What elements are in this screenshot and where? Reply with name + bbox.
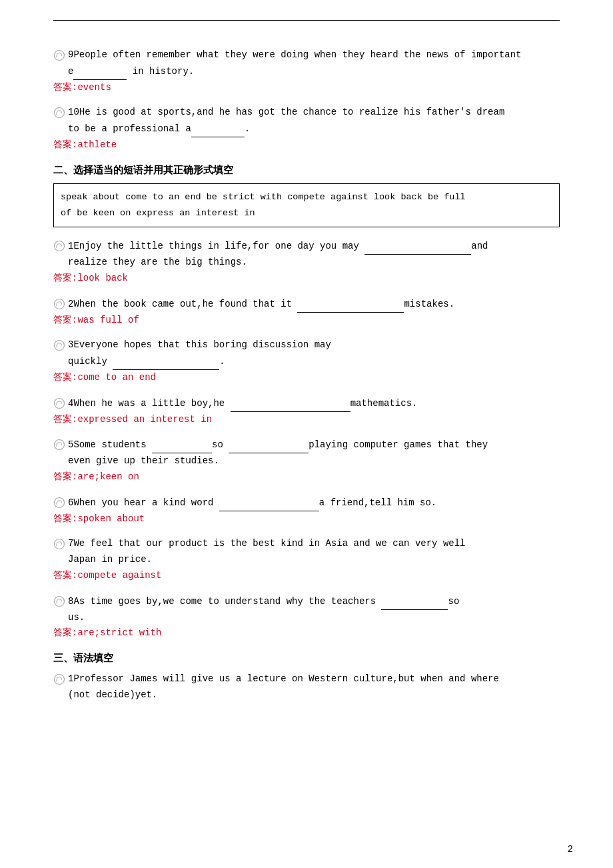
- s2q5-line1: 5Some students so playing computer games…: [53, 437, 560, 453]
- section2-q6: 6When you hear a kind word a friend,tell…: [53, 495, 560, 527]
- s2q8-blank: [381, 593, 448, 610]
- section2-q3: 3Everyone hopes that this boring discuss…: [53, 337, 560, 385]
- s2q7-line2: Japan in price.: [68, 552, 560, 568]
- s2q1-circle-icon: [53, 240, 65, 252]
- s2q1-text: 1Enjoy the little things in life,for one…: [68, 238, 560, 255]
- question-9: 9People often remember what they were do…: [53, 47, 560, 95]
- svg-point-8: [55, 539, 65, 549]
- s2q4-line1: 4When he was a little boy,he mathematics…: [53, 395, 560, 412]
- s2q4-answer: 答案:expressed an interest in: [53, 412, 560, 428]
- s2q1-answer: 答案:look back: [53, 271, 560, 287]
- q9-circle-icon: [53, 49, 65, 61]
- page: 9People often remember what they were do…: [0, 0, 613, 868]
- s2q4-blank: [231, 395, 350, 412]
- s2q7-circle-icon: [53, 538, 65, 550]
- top-divider: [53, 20, 560, 21]
- s2q5-line2: even give up their studies.: [68, 453, 560, 469]
- q10-line1: 10He is good at sports,and he has got th…: [53, 105, 560, 121]
- s2q7-text: 7We feel that our product is the best ki…: [68, 536, 560, 552]
- svg-point-4: [55, 341, 65, 351]
- s2q3-answer: 答案:come to an end: [53, 370, 560, 386]
- svg-point-2: [55, 241, 65, 251]
- s2q2-circle-icon: [53, 298, 65, 310]
- svg-point-0: [55, 51, 65, 61]
- s2q6-text: 6When you hear a kind word a friend,tell…: [68, 495, 560, 511]
- s2q6-answer: 答案:spoken about: [53, 511, 560, 527]
- s2q8-text: 8As time goes by,we come to understand w…: [68, 593, 560, 610]
- svg-point-3: [55, 299, 65, 309]
- s2q5-text: 5Some students so playing computer games…: [68, 437, 560, 453]
- q9-answer: 答案:events: [53, 80, 560, 96]
- page-number: 2: [568, 844, 573, 855]
- s2q1-line2: realize they are the big things.: [68, 255, 560, 271]
- s3q1-line1: 1Professor James will give us a lecture …: [53, 671, 560, 687]
- svg-point-9: [55, 596, 65, 606]
- s2q8-line1: 8As time goes by,we come to understand w…: [53, 593, 560, 610]
- s2q2-text: 2When the book came out,he found that it…: [68, 296, 560, 313]
- q9-line2: e in history.: [68, 63, 560, 80]
- svg-point-1: [55, 108, 65, 118]
- s2q7-line1: 7We feel that our product is the best ki…: [53, 536, 560, 552]
- s2q3-circle-icon: [53, 339, 65, 351]
- s2q8-answer: 答案:are;strict with: [53, 625, 560, 641]
- question-10: 10He is good at sports,and he has got th…: [53, 105, 560, 153]
- s2q6-blank: [219, 495, 319, 511]
- q9-line1: 9People often remember what they were do…: [53, 47, 560, 63]
- s3q1-circle-icon: [53, 673, 65, 685]
- section3-q1: 1Professor James will give us a lecture …: [53, 671, 560, 703]
- s2q1-blank: [364, 238, 471, 255]
- s2q5-answer: 答案:are;keen on: [53, 469, 560, 485]
- svg-point-6: [55, 440, 65, 450]
- section2-heading: 二、选择适当的短语并用其正确形式填空: [53, 164, 560, 177]
- s2q8-circle-icon: [53, 595, 65, 607]
- phrase-box: speak about come to an end be strict wit…: [53, 183, 560, 228]
- s2q3-line1: 3Everyone hopes that this boring discuss…: [53, 337, 560, 353]
- s2q2-answer: 答案:was full of: [53, 313, 560, 329]
- s2q3-blank: [113, 353, 219, 370]
- section2-q7: 7We feel that our product is the best ki…: [53, 536, 560, 583]
- s2q5-blank2: [229, 437, 308, 453]
- q10-blank: [191, 121, 245, 137]
- svg-point-7: [55, 497, 65, 507]
- s2q4-circle-icon: [53, 397, 65, 409]
- q10-text: 10He is good at sports,and he has got th…: [68, 105, 560, 121]
- s2q4-text: 4When he was a little boy,he mathematics…: [68, 395, 560, 412]
- svg-point-10: [55, 675, 65, 685]
- s2q8-line2: us.: [68, 610, 560, 626]
- svg-point-5: [55, 398, 65, 408]
- phrase-line2: of be keen on express an interest in: [61, 205, 552, 221]
- s2q7-answer: 答案:compete against: [53, 568, 560, 584]
- s2q6-circle-icon: [53, 497, 65, 509]
- q10-answer: 答案:athlete: [53, 137, 560, 153]
- s2q2-line1: 2When the book came out,he found that it…: [53, 296, 560, 313]
- s2q6-line1: 6When you hear a kind word a friend,tell…: [53, 495, 560, 511]
- s2q5-circle-icon: [53, 439, 65, 451]
- s2q1-line1: 1Enjoy the little things in life,for one…: [53, 238, 560, 255]
- s2q2-blank: [297, 296, 404, 313]
- section2-q1: 1Enjoy the little things in life,for one…: [53, 238, 560, 286]
- q10-line2: to be a professional a .: [68, 121, 560, 137]
- s3q1-text: 1Professor James will give us a lecture …: [68, 671, 560, 687]
- q10-circle-icon: [53, 107, 65, 119]
- q9-blank: [73, 63, 127, 80]
- phrase-line1: speak about come to an end be strict wit…: [61, 189, 552, 205]
- section2-q8: 8As time goes by,we come to understand w…: [53, 593, 560, 641]
- section2-q4: 4When he was a little boy,he mathematics…: [53, 395, 560, 428]
- s2q3-line2: quickly .: [68, 353, 560, 370]
- s2q3-text: 3Everyone hopes that this boring discuss…: [68, 337, 560, 353]
- section2-q2: 2When the book came out,he found that it…: [53, 296, 560, 329]
- section2-q5: 5Some students so playing computer games…: [53, 437, 560, 485]
- section3-heading: 三、语法填空: [53, 652, 560, 665]
- s3q1-line2: (not decide)yet.: [68, 687, 560, 703]
- q9-text: 9People often remember what they were do…: [68, 47, 560, 63]
- s2q5-blank1: [152, 437, 212, 453]
